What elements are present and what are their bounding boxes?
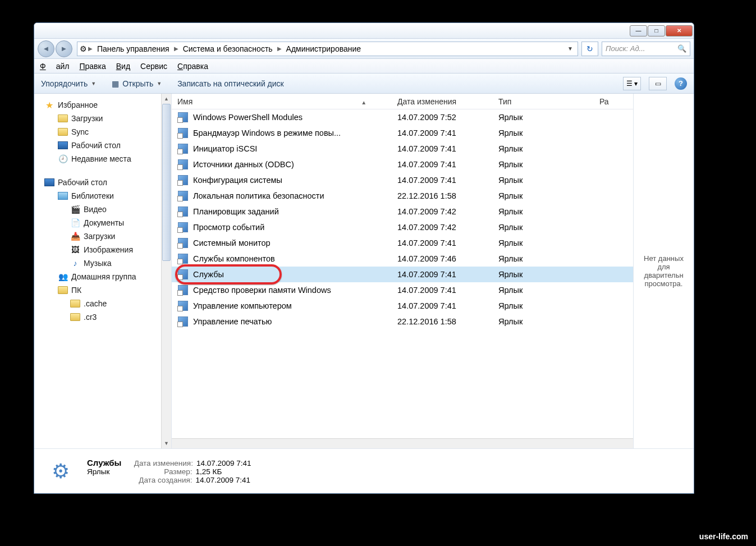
scroll-thumb[interactable] — [162, 104, 171, 261]
burn-button[interactable]: Записать на оптический диск — [177, 79, 284, 88]
sidebar-homegroup[interactable]: 👥Домашняя группа — [42, 270, 171, 283]
file-row[interactable]: Инициатор iSCSI14.07.2009 7:41Ярлык — [172, 141, 633, 157]
refresh-button[interactable]: ↻ — [581, 42, 598, 56]
recent-icon: 🕘 — [58, 154, 68, 164]
file-type: Ярлык — [498, 176, 599, 185]
file-name: Брандмауэр Windows в режиме повы... — [193, 129, 397, 137]
column-type[interactable]: Тип — [498, 97, 599, 106]
shortcut-icon — [177, 237, 189, 249]
sidebar-desktop[interactable]: Рабочий стол — [42, 176, 171, 189]
file-row[interactable]: Просмотр событий14.07.2009 7:42Ярлык — [172, 219, 633, 235]
music-icon: ♪ — [70, 258, 80, 268]
file-name: Windows PowerShell Modules — [193, 113, 397, 122]
details-created-label: Дата создания: — [125, 476, 193, 484]
file-type: Ярлык — [498, 317, 599, 326]
monitor-icon — [58, 140, 68, 150]
sidebar-item-recent[interactable]: 🕘Недавние места — [42, 152, 171, 166]
column-name[interactable]: Имя▲ — [177, 97, 397, 106]
menu-help[interactable]: Справка — [177, 62, 208, 71]
star-icon: ★ — [44, 100, 54, 110]
file-date: 22.12.2016 1:58 — [397, 191, 498, 200]
file-type: Ярлык — [498, 301, 599, 310]
address-dropdown[interactable]: ▼ — [565, 45, 575, 52]
picture-icon: 🖼 — [70, 245, 80, 255]
file-row[interactable]: Управление компьютером14.07.2009 7:41Ярл… — [172, 298, 633, 314]
file-type: Ярлык — [498, 129, 599, 137]
file-type: Ярлык — [498, 238, 599, 247]
breadcrumb-item[interactable]: Система и безопасность — [180, 44, 276, 53]
file-row[interactable]: Локальная политика безопасности22.12.201… — [172, 188, 633, 204]
file-date: 14.07.2009 7:41 — [397, 160, 498, 169]
details-title: Службы — [87, 458, 121, 467]
menu-service[interactable]: Сервис — [140, 62, 167, 71]
file-type: Ярлык — [498, 160, 599, 169]
breadcrumb-item[interactable]: Панель управления — [94, 44, 173, 53]
sidebar-item-music[interactable]: ♪Музыка — [42, 256, 171, 270]
sidebar-item-cache[interactable]: .cache — [42, 297, 171, 310]
column-date[interactable]: Дата изменения — [397, 97, 498, 106]
view-mode-button[interactable]: ☰ ▾ — [623, 77, 641, 90]
file-name: Системный монитор — [193, 238, 397, 247]
search-input[interactable]: Поиск: Ад... 🔍 — [602, 42, 690, 56]
column-size[interactable]: Ра — [599, 97, 633, 106]
file-date: 14.07.2009 7:52 — [397, 113, 498, 122]
sidebar-item-sync[interactable]: Sync — [42, 125, 171, 139]
file-date: 14.07.2009 7:41 — [397, 129, 498, 137]
sidebar-pc[interactable]: ПК — [42, 283, 171, 297]
breadcrumb-sep: ▶ — [276, 45, 283, 52]
file-row[interactable]: Средство проверки памяти Windows14.07.20… — [172, 282, 633, 298]
shortcut-icon — [177, 300, 189, 311]
address-bar[interactable]: ⚙ ▶ Панель управления ▶ Система и безопа… — [77, 42, 578, 56]
scroll-up-icon[interactable]: ▲ — [162, 94, 171, 104]
help-button[interactable]: ? — [675, 77, 687, 90]
back-button[interactable]: ◄ — [38, 40, 54, 57]
file-row[interactable]: Windows PowerShell Modules14.07.2009 7:5… — [172, 109, 633, 125]
horizontal-scrollbar[interactable] — [172, 438, 633, 448]
minimize-button[interactable]: — — [630, 25, 647, 36]
sidebar-item-video[interactable]: 🎬Видео — [42, 203, 171, 216]
file-list: Имя▲ Дата изменения Тип Ра Windows Power… — [172, 94, 633, 448]
sidebar-item-documents[interactable]: 📄Документы — [42, 216, 171, 230]
file-row[interactable]: Системный монитор14.07.2009 7:41Ярлык — [172, 235, 633, 251]
close-button[interactable]: ✕ — [666, 25, 693, 36]
sidebar-item-downloads2[interactable]: 📥Загрузки — [42, 230, 171, 243]
file-name: Службы — [193, 270, 397, 279]
sidebar-favorites[interactable]: ★Избранное — [42, 98, 171, 112]
shortcut-icon — [177, 206, 189, 217]
forward-button[interactable]: ► — [56, 40, 72, 57]
sidebar-item-downloads[interactable]: Загрузки — [42, 112, 171, 125]
sidebar-scrollbar[interactable]: ▲ ▼ — [161, 94, 171, 448]
sidebar-item-pictures[interactable]: 🖼Изображения — [42, 243, 171, 256]
details-pane: ⚙ Службы Дата изменения:14.07.2009 7:41 … — [34, 448, 694, 493]
file-date: 14.07.2009 7:41 — [397, 286, 498, 295]
details-size: 1,25 КБ — [196, 467, 222, 476]
scroll-down-icon[interactable]: ▼ — [162, 438, 171, 448]
breadcrumb-item[interactable]: Администрирование — [283, 44, 365, 53]
file-date: 14.07.2009 7:41 — [397, 144, 498, 153]
file-row[interactable]: Управление печатью22.12.2016 1:58Ярлык — [172, 314, 633, 329]
file-row[interactable]: Службы компонентов14.07.2009 7:46Ярлык — [172, 251, 633, 267]
maximize-button[interactable]: □ — [648, 25, 665, 36]
details-subtitle: Ярлык — [87, 467, 121, 476]
details-size-label: Размер: — [125, 467, 193, 476]
sidebar-item-desktop[interactable]: Рабочий стол — [42, 139, 171, 152]
file-date: 14.07.2009 7:41 — [397, 270, 498, 279]
open-button[interactable]: ▦Открыть▼ — [112, 79, 162, 88]
file-name: Службы компонентов — [193, 254, 397, 263]
preview-pane-button[interactable]: ▭ — [649, 77, 667, 90]
file-date: 14.07.2009 7:46 — [397, 254, 498, 263]
details-modified-label: Дата изменения: — [126, 459, 193, 467]
file-row[interactable]: Источники данных (ODBC)14.07.2009 7:41Яр… — [172, 157, 633, 172]
watermark: user-life.com — [694, 530, 754, 543]
file-row[interactable]: Службы14.07.2009 7:41Ярлык — [172, 267, 633, 282]
menu-file[interactable]: Файл — [40, 62, 69, 71]
sidebar-libraries[interactable]: Библиотеки — [42, 189, 171, 203]
menu-view[interactable]: Вид — [116, 62, 130, 71]
menu-edit[interactable]: Правка — [79, 62, 106, 71]
file-row[interactable]: Брандмауэр Windows в режиме повы...14.07… — [172, 125, 633, 141]
details-created: 14.07.2009 7:41 — [196, 476, 251, 484]
file-row[interactable]: Планировщик заданий14.07.2009 7:42Ярлык — [172, 204, 633, 219]
sidebar-item-cr3[interactable]: .cr3 — [42, 310, 171, 324]
file-row[interactable]: Конфигурация системы14.07.2009 7:41Ярлык — [172, 172, 633, 188]
organize-button[interactable]: Упорядочить▼ — [41, 79, 96, 88]
